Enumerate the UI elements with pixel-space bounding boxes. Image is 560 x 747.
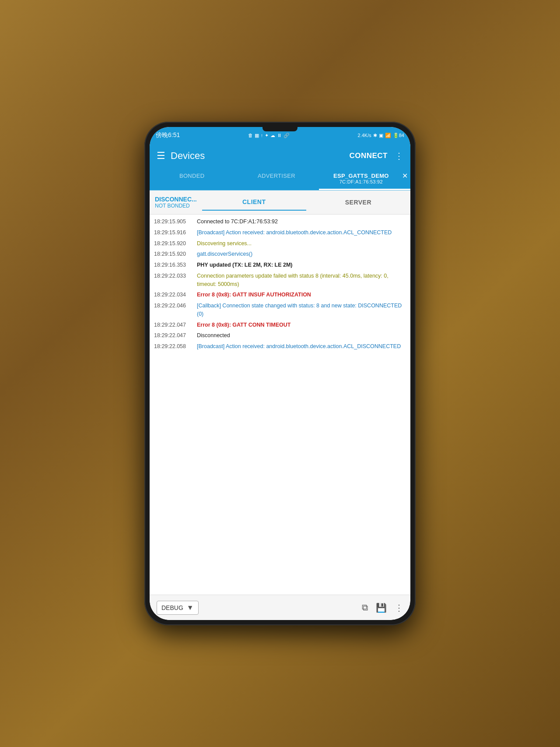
log-entry: 18:29:22.033 Connection parameters updat…	[150, 271, 410, 290]
phone-frame: 傍晚6:51 🗑 ▦ ↑ ✦ ☁ ⏸ 🔗 2.4K/s ✱ ▣ 📶 🔋84	[144, 122, 416, 625]
log-time: 18:29:22.047	[154, 331, 193, 340]
status-right: 2.4K/s ✱ ▣ 📶 🔋84	[358, 133, 404, 138]
tab-bonded[interactable]: BONDED	[150, 168, 234, 190]
delete-icon: 🗑	[248, 133, 253, 138]
not-bonded-label: NOT BONDED	[155, 203, 197, 209]
tab-device-info: ESP_GATTS_DEMO 7C:DF:A1:76:53:92	[322, 173, 400, 184]
log-entry: 18:29:22.047 Error 8 (0x8): GATT CONN TI…	[150, 320, 410, 331]
link-icon: 🔗	[284, 133, 290, 138]
tab-advertiser-label: ADVERTISER	[258, 173, 295, 179]
log-entry: 18:29:16.353 PHY updated (TX: LE 2M, RX:…	[150, 260, 410, 271]
tab-close-icon[interactable]: ✕	[402, 172, 408, 180]
more-options-icon[interactable]: ⋮	[395, 151, 403, 161]
status-time: 傍晚6:51	[156, 131, 180, 139]
log-entry: 18:29:22.034 Error 8 (0x8): GATT INSUF A…	[150, 289, 410, 300]
app-bar-left: ☰ Devices	[157, 150, 205, 162]
signal-icon: ▣	[379, 133, 383, 138]
debug-label: DEBUG	[161, 604, 183, 611]
cloud-icon: ☁	[270, 133, 275, 138]
log-entry: 18:29:15.920 gatt.discoverServices()	[150, 249, 410, 260]
more-bottom-icon[interactable]: ⋮	[395, 603, 403, 613]
copy-icon[interactable]: ⧉	[362, 603, 368, 613]
debug-selector[interactable]: DEBUG ▼	[157, 601, 199, 615]
colorful-icon: ✦	[265, 133, 269, 138]
app-title: Devices	[171, 150, 205, 162]
sub-tab-client[interactable]: CLIENT	[202, 194, 306, 211]
log-msg: [Broadcast] Action received: android.blu…	[197, 342, 401, 351]
connect-button[interactable]: CONNECT	[349, 152, 388, 160]
log-msg: [Callback] Connection state changed with…	[197, 302, 406, 318]
tab-advertiser[interactable]: ADVERTISER	[234, 168, 318, 190]
disconnected-label: DISCONNEC...	[155, 196, 197, 203]
log-msg: PHY updated (TX: LE 2M, RX: LE 2M)	[197, 261, 293, 269]
save-icon[interactable]: 💾	[376, 603, 387, 613]
tab-bonded-label: BONDED	[179, 173, 204, 179]
wifi-icon: 📶	[385, 133, 391, 138]
log-msg: gatt.discoverServices()	[197, 250, 252, 258]
log-time: 18:29:22.034	[154, 291, 193, 299]
log-msg: Connection parameters update failed with…	[197, 272, 406, 289]
tab-esp-gatts[interactable]: ESP_GATTS_DEMO 7C:DF:A1:76:53:92 ✕	[319, 168, 410, 190]
bottom-bar: DEBUG ▼ ⧉ 💾 ⋮	[150, 595, 410, 620]
log-msg: [Broadcast] Action received: android.blu…	[197, 229, 392, 237]
log-time: 18:29:22.058	[154, 342, 193, 351]
log-entry: 18:29:15.916 [Broadcast] Action received…	[150, 227, 410, 238]
speed-indicator: 2.4K/s	[358, 133, 371, 138]
log-time: 18:29:16.353	[154, 261, 193, 269]
tab-device-mac: 7C:DF:A1:76:53:92	[340, 179, 383, 184]
pause-icon: ⏸	[277, 133, 282, 138]
log-time: 18:29:22.033	[154, 272, 193, 289]
disconnect-info: DISCONNEC... NOT BONDED	[150, 192, 202, 212]
sub-tab-server[interactable]: SERVER	[306, 194, 410, 210]
sub-tabs-row: DISCONNEC... NOT BONDED CLIENT SERVER	[150, 190, 410, 215]
log-msg: Connected to 7C:DF:A1:76:53:92	[197, 218, 278, 226]
bluetooth-icon: ✱	[373, 133, 377, 138]
log-time: 18:29:15.920	[154, 240, 193, 248]
log-time: 18:29:22.047	[154, 321, 193, 329]
log-msg: Disconnected	[197, 331, 230, 340]
dropdown-arrow-icon: ▼	[187, 604, 194, 612]
phone-screen: 傍晚6:51 🗑 ▦ ↑ ✦ ☁ ⏸ 🔗 2.4K/s ✱ ▣ 📶 🔋84	[150, 127, 410, 620]
log-area[interactable]: 18:29:15.905 Connected to 7C:DF:A1:76:53…	[150, 215, 410, 595]
log-msg: Error 8 (0x8): GATT INSUF AUTHORIZATION	[197, 291, 311, 299]
battery-indicator: 🔋84	[393, 133, 404, 138]
log-time: 18:29:15.905	[154, 218, 193, 226]
log-entry: 18:29:15.920 Discovering services...	[150, 238, 410, 249]
log-time: 18:29:22.046	[154, 302, 193, 318]
log-entry: 18:29:22.046 [Callback] Connection state…	[150, 300, 410, 320]
log-time: 18:29:15.916	[154, 229, 193, 237]
app-bar: ☰ Devices CONNECT ⋮	[150, 144, 410, 168]
grid-icon: ▦	[255, 133, 259, 138]
log-entry: 18:29:22.058 [Broadcast] Action received…	[150, 341, 410, 352]
tabs-row: BONDED ADVERTISER ESP_GATTS_DEMO 7C:DF:A…	[150, 168, 410, 190]
log-entry: 18:29:15.905 Connected to 7C:DF:A1:76:53…	[150, 216, 410, 227]
up-arrow-icon: ↑	[261, 133, 263, 138]
tab-device-name: ESP_GATTS_DEMO	[333, 173, 389, 179]
bottom-icons: ⧉ 💾 ⋮	[362, 603, 403, 613]
hamburger-icon[interactable]: ☰	[157, 150, 165, 162]
log-msg: Error 8 (0x8): GATT CONN TIMEOUT	[197, 321, 290, 329]
log-entry: 18:29:22.047 Disconnected	[150, 330, 410, 341]
notch	[262, 127, 298, 131]
status-icons: 🗑 ▦ ↑ ✦ ☁ ⏸ 🔗	[248, 133, 290, 138]
app-bar-right: CONNECT ⋮	[349, 151, 403, 161]
log-msg: Discovering services...	[197, 240, 252, 248]
log-time: 18:29:15.920	[154, 250, 193, 258]
